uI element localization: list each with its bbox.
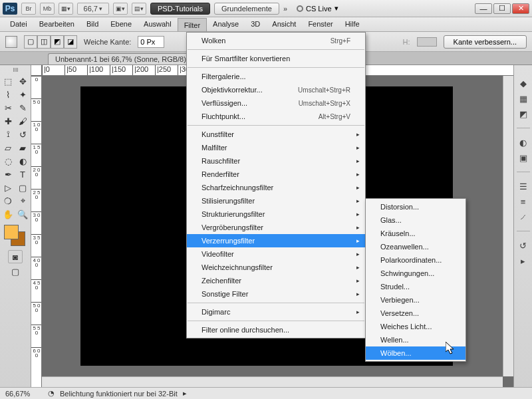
color-swatches[interactable]: [4, 225, 27, 247]
mi-renderfilter[interactable]: Renderfilter: [187, 168, 365, 181]
mi-scharfzeichnung[interactable]: Scharfzeichnungsfilter: [187, 181, 365, 194]
smi-polarkoord[interactable]: Polarkoordinaten...: [366, 253, 466, 267]
mi-wolken[interactable]: WolkenStrg+F: [187, 34, 365, 47]
masks-panel-icon[interactable]: ▣: [517, 152, 529, 164]
screenmode-tool-icon[interactable]: ▢: [8, 265, 23, 278]
window-close-button[interactable]: ✕: [512, 3, 529, 14]
grundelemente-button[interactable]: Grundelemente: [214, 3, 279, 15]
mi-zeichenfilter[interactable]: Zeichenfilter: [187, 274, 365, 287]
lasso-tool-icon[interactable]: ⌇: [1, 88, 15, 101]
scrollbar-vertical[interactable]: [503, 76, 513, 376]
adjust-panel-icon[interactable]: ◐: [517, 136, 529, 148]
smi-strudel[interactable]: Strudel...: [366, 280, 466, 293]
history-panel-icon[interactable]: ↺: [517, 239, 529, 251]
eraser-tool-icon[interactable]: ▱: [1, 141, 15, 154]
quickmask-icon[interactable]: ◙: [8, 250, 23, 263]
menu-bild[interactable]: Bild: [80, 17, 104, 31]
document-tab[interactable]: Unbenannt-1 bei 66,7% (Sonne, RGB/8) ×: [48, 53, 201, 65]
sel-int-icon[interactable]: ◪: [64, 35, 77, 49]
menu-hilfe[interactable]: Hilfe: [339, 17, 366, 31]
smi-verbiegen[interactable]: Verbiegen...: [366, 293, 466, 307]
mi-verzerrung[interactable]: Verzerrungsfilter: [187, 234, 365, 247]
wand-tool-icon[interactable]: ✦: [15, 88, 30, 101]
smi-ozeanwellen[interactable]: Ozeanwellen...: [366, 240, 466, 253]
mi-smartfilter[interactable]: Für Smartfilter konvertieren: [187, 52, 365, 65]
arrange-icon[interactable]: ▣▾: [113, 3, 128, 15]
tool-preset-icon[interactable]: [5, 36, 17, 48]
status-zoom[interactable]: 66,67%: [5, 390, 43, 398]
smi-versetzen[interactable]: Versetzen...: [366, 307, 466, 320]
mi-sonstige[interactable]: Sonstige Filter: [187, 287, 365, 301]
menu-auswahl[interactable]: Auswahl: [138, 17, 178, 31]
feather-input[interactable]: [138, 36, 164, 48]
ruler-origin[interactable]: [31, 65, 42, 76]
mi-weichzeichnung[interactable]: Weichzeichnungsfilter: [187, 261, 365, 274]
actions-panel-icon[interactable]: ▸: [517, 255, 529, 267]
smi-woelben[interactable]: Wölben...: [366, 346, 466, 360]
menu-bearbeiten[interactable]: Bearbeiten: [33, 17, 80, 31]
psd-tutorials-button[interactable]: PSD-Tutorials: [150, 3, 210, 15]
menu-filter[interactable]: Filter: [178, 18, 207, 31]
crop-tool-icon[interactable]: ✂: [1, 101, 15, 114]
status-arrow-icon[interactable]: ▸: [183, 389, 187, 398]
zoom-dropdown[interactable]: 66,7 ▾: [77, 3, 109, 15]
minibridge-icon[interactable]: Mb: [40, 3, 55, 15]
mi-vergroeberung[interactable]: Vergröberungsfilter: [187, 221, 365, 234]
screenmode-icon[interactable]: ▦▾: [59, 3, 73, 15]
stamp-tool-icon[interactable]: ⟟: [1, 128, 15, 141]
heal-tool-icon[interactable]: ✚: [1, 114, 15, 128]
mi-digimarc[interactable]: Digimarc: [187, 305, 365, 319]
smi-kraeuseln[interactable]: Kräuseln...: [366, 227, 466, 240]
color-panel-icon[interactable]: ◆: [517, 77, 529, 89]
paths-panel-icon[interactable]: ⟋: [517, 211, 529, 223]
mi-strukturierung[interactable]: Strukturierungsfilter: [187, 207, 365, 221]
window-maximize-button[interactable]: ☐: [493, 3, 511, 14]
type-tool-icon[interactable]: T: [15, 168, 30, 181]
smi-schwingungen[interactable]: Schwingungen...: [366, 267, 466, 280]
dodge-tool-icon[interactable]: ◐: [15, 154, 30, 168]
sel-add-icon[interactable]: ◫: [37, 35, 51, 49]
channels-panel-icon[interactable]: ≡: [517, 196, 529, 207]
mi-fluchtpunkt[interactable]: Fluchtpunkt...Alt+Strg+V: [187, 110, 365, 123]
smi-wellen[interactable]: Wellen...: [366, 333, 466, 346]
status-info-icon[interactable]: ◔: [48, 389, 55, 398]
marquee-tool-icon[interactable]: ⬚: [1, 74, 15, 88]
3d-tool-icon[interactable]: ❍: [1, 194, 15, 207]
foreground-color[interactable]: [4, 225, 19, 239]
menu-analyse[interactable]: Analyse: [207, 17, 245, 31]
mi-filtergalerie[interactable]: Filtergalerie...: [187, 70, 365, 83]
smi-glas[interactable]: Glas...: [366, 213, 466, 227]
mi-objektiv[interactable]: Objektivkorrektur...Umschalt+Strg+R: [187, 83, 365, 96]
sel-new-icon[interactable]: ▢: [24, 35, 37, 49]
hand-tool-icon[interactable]: ✋: [1, 207, 15, 221]
menu-datei[interactable]: Datei: [4, 17, 33, 31]
sel-sub-icon[interactable]: ◩: [51, 35, 64, 49]
extras-icon[interactable]: ▤▾: [132, 3, 146, 15]
mi-malfilter[interactable]: Malfilter: [187, 141, 365, 154]
layers-panel-icon[interactable]: ☰: [517, 180, 529, 192]
camera-tool-icon[interactable]: ⌖: [15, 194, 30, 207]
window-minimize-button[interactable]: —: [475, 3, 492, 14]
styles-panel-icon[interactable]: ◩: [517, 108, 529, 120]
scrollbar-horizontal[interactable]: [42, 376, 503, 387]
pen-tool-icon[interactable]: ✒: [1, 168, 15, 181]
history-brush-icon[interactable]: ↺: [15, 128, 30, 141]
refine-edge-button[interactable]: Kante verbessern...: [444, 35, 527, 49]
cslive-button[interactable]: CS Live ▾: [297, 4, 338, 13]
mi-verfluessigen[interactable]: Verflüssigen...Umschalt+Strg+X: [187, 96, 365, 110]
smi-weiches-licht[interactable]: Weiches Licht...: [366, 320, 466, 333]
shape-tool-icon[interactable]: ▢: [15, 181, 30, 194]
bucket-tool-icon[interactable]: ▰: [15, 141, 30, 154]
mi-videofilter[interactable]: Videofilter: [187, 247, 365, 261]
mi-stilisierung[interactable]: Stilisierungsfilter: [187, 194, 365, 207]
menu-ebene[interactable]: Ebene: [104, 17, 138, 31]
swatches-panel-icon[interactable]: ▦: [517, 92, 529, 104]
menu-3d[interactable]: 3D: [245, 17, 266, 31]
brush-tool-icon[interactable]: 🖌: [15, 114, 30, 128]
mi-rauschfilter[interactable]: Rauschfilter: [187, 154, 365, 168]
chevrons-icon[interactable]: »: [283, 5, 287, 13]
mi-kunstfilter[interactable]: Kunstfilter: [187, 128, 365, 141]
menu-fenster[interactable]: Fenster: [302, 17, 338, 31]
blur-tool-icon[interactable]: ◌: [1, 154, 15, 168]
zoom-tool-icon[interactable]: 🔍: [15, 207, 30, 221]
